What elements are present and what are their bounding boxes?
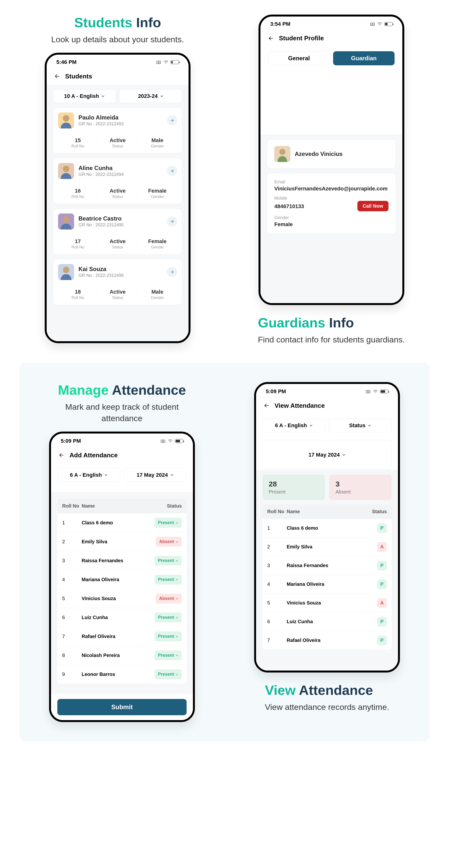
header-name: Name bbox=[287, 509, 350, 515]
submit-button[interactable]: Submit bbox=[57, 699, 187, 715]
status-dropdown[interactable]: Absent bbox=[156, 537, 182, 547]
gender-value: Male bbox=[138, 137, 177, 144]
class-selector-label: 6 A - English bbox=[70, 472, 102, 478]
status-dropdown[interactable]: Present bbox=[154, 518, 182, 528]
row-roll: 9 bbox=[62, 672, 82, 677]
status-selector[interactable]: Status bbox=[329, 419, 392, 432]
back-icon[interactable] bbox=[58, 452, 65, 458]
tab-general[interactable]: General bbox=[268, 51, 330, 65]
caret-down-icon bbox=[175, 540, 178, 543]
svg-rect-0 bbox=[157, 61, 161, 64]
attendance-row: 7 Rafael Oliveira Present bbox=[57, 627, 187, 646]
go-button[interactable] bbox=[167, 115, 177, 126]
row-name: Leonor Barros bbox=[82, 672, 145, 677]
header-status: Status bbox=[350, 509, 387, 515]
absent-label: Absent bbox=[335, 489, 385, 495]
class-selector[interactable]: 6 A - English bbox=[262, 419, 325, 432]
class-selector-label: 10 A - English bbox=[64, 93, 99, 99]
status-text: Absent bbox=[159, 596, 174, 601]
status-badge: P bbox=[377, 617, 387, 627]
caret-down-icon bbox=[368, 424, 371, 427]
svg-point-9 bbox=[279, 149, 285, 155]
status-value: Active bbox=[98, 188, 138, 194]
caret-down-icon bbox=[175, 654, 178, 657]
svg-point-4 bbox=[63, 216, 69, 222]
status-dropdown[interactable]: Present bbox=[154, 631, 182, 642]
header-status: Status bbox=[145, 503, 182, 509]
class-selector[interactable]: 6 A - English bbox=[57, 468, 120, 482]
go-button[interactable] bbox=[167, 267, 177, 277]
status-dropdown[interactable]: Present bbox=[154, 575, 182, 585]
row-roll: 6 bbox=[62, 615, 82, 620]
year-selector[interactable]: 2023-24 bbox=[119, 89, 182, 103]
status-dropdown[interactable]: Present bbox=[154, 650, 182, 660]
title-rest: Attendance bbox=[112, 382, 186, 398]
status-text: Present bbox=[158, 672, 174, 677]
caret-down-icon bbox=[175, 616, 178, 619]
status-text: Present bbox=[158, 653, 174, 658]
battery-icon bbox=[380, 390, 388, 394]
go-button[interactable] bbox=[167, 216, 177, 226]
title-rest: Attendance bbox=[299, 682, 373, 698]
roll-value: 15 bbox=[58, 137, 98, 144]
back-icon[interactable] bbox=[54, 73, 60, 80]
title-accent: Guardians bbox=[258, 315, 325, 330]
screen-header: View Attendance bbox=[256, 398, 398, 414]
student-card: Aline Cunha GR No : 2022-2312494 16Roll … bbox=[53, 158, 182, 204]
title-accent: Manage bbox=[58, 382, 109, 398]
row-name: Class 6 demo bbox=[82, 520, 145, 526]
student-gr: GR No : 2022-2312494 bbox=[79, 172, 124, 177]
caret-down-icon bbox=[309, 424, 313, 427]
status-bar: 5:09 PM bbox=[51, 434, 193, 447]
status-value: Active bbox=[98, 289, 138, 295]
attendance-row: 4 Mariana Oliveira P bbox=[262, 575, 392, 594]
attendance-row: 8 Nicolash Pereira Present bbox=[57, 646, 187, 665]
status-dropdown[interactable]: Absent bbox=[156, 594, 182, 603]
roll-value: 16 bbox=[58, 188, 98, 194]
svg-rect-6 bbox=[370, 23, 375, 26]
student-avatar bbox=[58, 113, 74, 128]
camera-icon bbox=[156, 60, 161, 65]
class-selector[interactable]: 10 A - English bbox=[53, 89, 116, 103]
caret-down-icon bbox=[170, 473, 174, 477]
status-dropdown[interactable]: Present bbox=[154, 556, 182, 566]
student-card: Paulo Almeida GR No : 2022-2312493 15Rol… bbox=[53, 107, 182, 154]
row-name: Rafael Oliveira bbox=[82, 633, 145, 639]
guardian-name: Azevedo Vinicius bbox=[295, 151, 342, 157]
status-time: 5:46 PM bbox=[56, 59, 77, 65]
gender-value: Male bbox=[138, 289, 177, 295]
student-name: Kai Souza bbox=[79, 266, 124, 273]
students-feature-subtitle: Look up details about your students. bbox=[51, 34, 184, 45]
row-roll: 4 bbox=[267, 582, 287, 587]
status-bar: 5:09 PM bbox=[256, 384, 398, 398]
gender-label: Gender bbox=[138, 194, 177, 199]
status-dropdown[interactable]: Present bbox=[154, 669, 182, 679]
row-roll: 5 bbox=[267, 600, 287, 606]
header-roll: Roll No bbox=[267, 509, 287, 515]
gender-label: Gender bbox=[138, 144, 177, 148]
status-text: Present bbox=[158, 615, 174, 620]
student-gr: GR No : 2022-2312496 bbox=[79, 273, 124, 278]
status-value: Active bbox=[98, 137, 138, 144]
go-button[interactable] bbox=[167, 166, 177, 176]
camera-icon bbox=[160, 438, 166, 444]
date-selector[interactable]: 17 May 2024 bbox=[124, 468, 187, 482]
mobile-label: Mobile bbox=[274, 196, 389, 201]
date-selector[interactable]: 17 May 2024 bbox=[262, 440, 392, 470]
tab-guardian[interactable]: Guardian bbox=[333, 51, 395, 65]
status-dropdown[interactable]: Present bbox=[154, 613, 182, 622]
manage-feature-title: Manage Attendance bbox=[58, 382, 186, 398]
call-button[interactable]: Call Now bbox=[357, 201, 389, 211]
attendance-table: Roll No Name Status 1 Class 6 demo Prese… bbox=[57, 499, 187, 684]
caret-down-icon bbox=[175, 521, 178, 524]
row-name: Rafael Oliveira bbox=[287, 638, 350, 643]
row-name: Nicolash Pereira bbox=[82, 653, 145, 658]
row-name: Mariana Oliveira bbox=[287, 582, 350, 587]
attendance-row: 2 Emily Silva A bbox=[262, 537, 392, 556]
svg-point-11 bbox=[162, 440, 164, 442]
caret-down-icon bbox=[175, 559, 178, 562]
back-icon[interactable] bbox=[263, 402, 270, 409]
row-name: Emily Silva bbox=[82, 539, 145, 545]
guardian-details: Email ViniciusFernandesAzevedo@jourrapid… bbox=[267, 173, 396, 234]
back-icon[interactable] bbox=[268, 35, 274, 41]
